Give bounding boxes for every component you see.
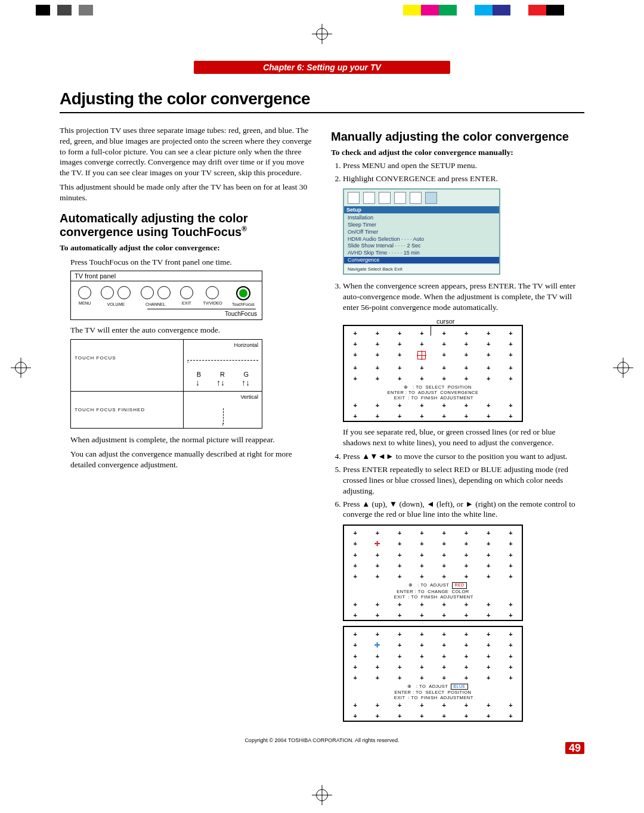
menu-item: Slide Show Interval · · · · 2 Sec	[344, 243, 499, 250]
registration-mark-left	[11, 358, 31, 380]
convergence-grid-select: cursor ++++++++ ++++++++ +++++++ +++++++…	[343, 325, 523, 422]
volume-buttons-icon: VOLUME	[101, 286, 131, 306]
touchfocus-mode-label: TOUCH FOCUS	[71, 340, 184, 391]
r-label: R	[220, 371, 225, 378]
manual-step-4: Press ▲▼◄► to move the cursor to the pos…	[343, 451, 584, 462]
manual-step-1: Press MENU and open the SETUP menu.	[343, 160, 584, 171]
registration-mark-right	[613, 358, 633, 380]
cursor-callout: cursor	[436, 318, 455, 325]
registration-mark-bottom	[0, 785, 644, 808]
tvvideo-button-icon: TV/VIDEO	[203, 286, 222, 306]
auto-after-1: The TV will enter the auto convergence m…	[70, 325, 313, 336]
arrow-keys-icon: ▲▼◄►	[362, 452, 394, 461]
menu-button-label: MENU	[78, 301, 91, 305]
registration-mark-top	[0, 24, 644, 46]
touchfocus-finished-label: TOUCH FOCUS FINISHED	[71, 392, 184, 428]
menu-navigation-hint: Navigate Select Back Exit	[344, 265, 499, 274]
menu-item: Installation	[344, 215, 499, 222]
manual-step-2: Highlight CONVERGENCE and press ENTER.	[343, 173, 584, 184]
menu-item: HDMI Audio Selection · · · · Auto	[344, 236, 499, 243]
registered-mark: ®	[242, 225, 247, 233]
intro-paragraph-1: This projection TV uses three separate i…	[60, 125, 313, 178]
g-label: G	[244, 371, 249, 378]
manual-after-3: If you see separate red, blue, or green …	[343, 427, 584, 448]
grid-legend-2: ⊕ : TO ADJUST RED ENTER : TO CHANGE COLO…	[346, 582, 519, 599]
title-rule	[60, 112, 584, 113]
auto-subhead: To automatically adjust the color conver…	[60, 243, 313, 253]
convergence-grid-blue: ++++++++ +✢++++++ ++++++++ ++++++++ ++++…	[343, 626, 523, 722]
right-column: Manually adjusting the color convergence…	[331, 122, 584, 727]
page-content: Chapter 6: Setting up your TV Adjusting …	[60, 46, 584, 777]
tv-panel-label: TV front panel	[71, 271, 262, 281]
menu-item: Sleep Timer	[344, 222, 499, 229]
manual-subhead: To check and adjust the color convergenc…	[331, 147, 584, 158]
step4-a: Press	[343, 452, 362, 461]
copyright-text: Copyright © 2004 TOSHIBA CORPORATION. Al…	[60, 737, 584, 743]
registration-color-bars	[0, 5, 644, 15]
channel-button-label: CHANNEL	[141, 302, 171, 306]
exit-button-icon: EXIT	[180, 286, 193, 306]
touchfocus-diagram: TOUCH FOCUS Horizontal ← B R G ↓↑↓↑↓	[70, 339, 262, 429]
chapter-heading: Chapter 6: Setting up your TV	[194, 61, 450, 74]
menu-button-icon: MENU	[78, 286, 91, 306]
menu-item: On/Off Timer	[344, 229, 499, 236]
cursor-icon	[417, 351, 426, 359]
auto-heading: Automatically adjusting the color conver…	[60, 212, 313, 239]
convergence-grid-red: ++++++++ +✢++++++ ++++++++ ++++++++ ++++…	[343, 525, 523, 620]
grid-legend-1: ⊕ : TO SELECT POSITION ENTER : TO ADJUST…	[346, 384, 519, 401]
auto-after-2: When adjustment is complete, the normal …	[70, 435, 313, 445]
section-title: Adjusting the color convergence	[60, 89, 584, 108]
exit-button-label: EXIT	[180, 301, 193, 305]
setup-menu-figure: Setup Installation Sleep Timer On/Off Ti…	[343, 188, 500, 275]
intro-paragraph-2: This adjustment should be made only afte…	[60, 182, 313, 203]
auto-step-text: Press TouchFocus on the TV front panel o…	[70, 257, 313, 268]
grid-legend-3: ⊕ : TO ADJUST BLUE ENTER : TO SELECT POS…	[346, 684, 519, 700]
vertical-label: Vertical	[240, 394, 258, 400]
touchfocus-caption: TouchFocus	[71, 309, 262, 319]
touchfocus-button-label: TouchFocus	[232, 302, 255, 306]
page-number: 49	[565, 742, 584, 754]
volume-button-label: VOLUME	[101, 302, 131, 306]
menu-item-selected: Convergence	[344, 257, 499, 264]
horizontal-label: Horizontal	[234, 342, 258, 348]
step4-b: to move the cursor to the position you w…	[394, 452, 567, 461]
auto-heading-text: Automatically adjusting the color conver…	[60, 212, 248, 238]
touchfocus-button-icon: TouchFocus	[232, 286, 255, 306]
tvvideo-button-label: TV/VIDEO	[203, 301, 222, 305]
manual-step-5: Press ENTER repeatedly to select RED or …	[343, 464, 584, 496]
auto-after-3: You can adjust the convergence manually …	[70, 449, 313, 470]
channel-buttons-icon: CHANNEL	[141, 286, 171, 306]
manual-heading: Manually adjusting the color convergence	[331, 130, 584, 144]
left-column: This projection TV uses three separate i…	[60, 122, 313, 727]
blue-badge: BLUE	[451, 684, 467, 690]
tv-front-panel-figure: TV front panel MENU VOLUME CHANNEL	[70, 271, 262, 320]
red-badge: RED	[452, 582, 466, 588]
menu-item: AVHD Skip Time · · · · · 15 min	[344, 250, 499, 257]
setup-tab-label: Setup	[344, 206, 499, 213]
manual-step-6: Press ▲ (up), ▼ (down), ◄ (left), or ► (…	[343, 499, 584, 520]
b-label: B	[197, 371, 201, 378]
manual-step-3: When the convergence screen appears, pre…	[343, 281, 584, 312]
